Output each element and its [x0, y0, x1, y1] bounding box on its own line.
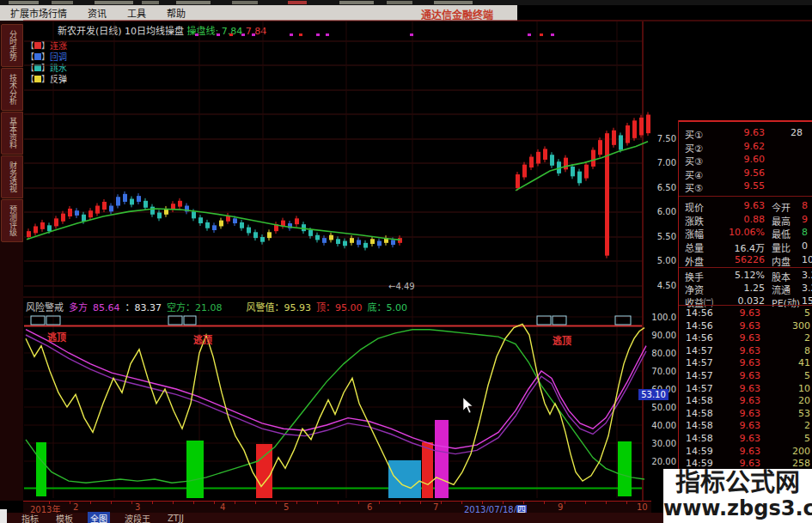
date-tick	[173, 502, 174, 504]
indicator-header-part: 底：5.00	[368, 302, 408, 313]
toolbar-tab[interactable]: 模板	[53, 512, 76, 523]
indicator-axis-label: 40.00	[644, 421, 676, 430]
tick-price: 9.63	[717, 446, 760, 457]
quote-info-row: 总量16.4万量比0	[679, 240, 812, 253]
price-axis-label: 5.00	[644, 256, 676, 265]
quote-fin-row: 换手5.12%股本3.2	[679, 270, 812, 282]
tick-volume: 20	[763, 395, 810, 406]
quote-value: 16.4万	[705, 240, 765, 253]
indicator-header-part: 风警值：95.93	[228, 302, 312, 313]
indicator-header-part: 85.64	[93, 302, 120, 313]
price-axis-label: 7.00	[644, 158, 676, 167]
tick-row: 14:589.6353	[679, 408, 812, 420]
date-label: 2	[73, 502, 78, 512]
date-label: 4	[220, 502, 225, 512]
indicator-axis-label: 70.00	[644, 367, 676, 376]
cursor-value-badge: 53.10	[638, 389, 669, 400]
indicator-header-part: ：83.37	[125, 302, 162, 313]
watermark-url: www.zbgs3.com	[663, 497, 812, 520]
tick-row: 14:589.6320	[679, 395, 812, 407]
tick-volume: 2	[763, 420, 810, 431]
date-axis[interactable]: 2013年2345679102013/07/18/四	[23, 501, 651, 514]
tick-time: 14:56	[686, 332, 713, 344]
date-tick	[255, 502, 256, 504]
date-tick	[400, 502, 400, 504]
quote-label: 净资	[685, 283, 704, 295]
buy-price: 9.56	[705, 167, 765, 179]
tick-volume: 53	[763, 408, 810, 419]
tick-time: 14:57	[686, 345, 713, 356]
quote-value: 8	[802, 227, 808, 238]
tick-time: 14:57	[686, 370, 713, 381]
date-tick	[111, 502, 112, 504]
tick-price: 9.63	[717, 420, 760, 431]
tick-time: 14:58	[686, 408, 713, 419]
tick-price: 9.63	[717, 395, 760, 406]
quote-label: 流通	[772, 283, 791, 295]
toolbar-tab[interactable]: 全图	[88, 512, 110, 523]
date-tick	[214, 502, 215, 504]
date-tick	[626, 502, 627, 504]
tick-price: 9.63	[717, 320, 760, 331]
date-tick	[461, 502, 462, 504]
toolbar-tab[interactable]: 波段王	[122, 512, 153, 523]
date-tick	[317, 502, 318, 504]
buy-volume: 28	[791, 127, 803, 138]
tick-price: 9.63	[717, 433, 760, 444]
tick-price: 9.63	[717, 458, 760, 469]
indicator-header-part: 空方：21.08	[167, 302, 223, 313]
indicator-axis-label: 30.00	[644, 439, 676, 448]
quote-info-row: 外盘56226内盘10.	[679, 254, 812, 267]
quote-label: 最低	[772, 227, 791, 240]
quote-label: 内盘	[772, 254, 791, 267]
tick-time: 14:56	[686, 320, 713, 331]
tick-row: 14:579.6341	[679, 357, 812, 369]
tick-time: 14:56	[686, 307, 713, 319]
tick-volume: 2	[763, 332, 810, 344]
date-tick	[358, 502, 359, 504]
tick-time: 14:59	[686, 458, 713, 469]
quote-value: 0.88	[705, 214, 765, 225]
tick-row: 14:569.635	[679, 307, 812, 319]
tick-time: 14:58	[686, 395, 713, 406]
buy-price: 9.62	[705, 141, 765, 152]
date-tick	[131, 502, 132, 504]
quote-label: 外盘	[685, 254, 704, 267]
toolbar-tab[interactable]: 指标	[19, 512, 41, 523]
tick-row: 14:589.632	[679, 420, 812, 432]
date-tick	[544, 502, 545, 504]
escape-top-label: 逃顶	[193, 332, 212, 346]
divider	[679, 267, 812, 268]
buy-level-label: 买③	[685, 154, 703, 167]
indicator-header-part: 顶：95.00	[316, 302, 363, 313]
watermark-site-name: 指标公式网	[663, 469, 812, 497]
tick-row: 14:589.635	[679, 433, 812, 445]
quote-value: 0	[802, 240, 808, 252]
indicator-header-part: 风险警戒	[26, 302, 64, 313]
quote-fin-row: 净资1.25流通3.2	[679, 283, 812, 295]
date-label: 3	[135, 502, 140, 512]
tick-price: 9.63	[717, 357, 760, 368]
escape-top-label: 逃顶	[553, 333, 571, 347]
tick-volume: 10	[763, 383, 810, 394]
buy-queue-row: 买②9.62	[679, 141, 812, 154]
tick-row: 14:599.63200	[679, 446, 812, 458]
desktop-corner	[0, 509, 7, 523]
toolbar-tab[interactable]: ZTJJ	[165, 514, 186, 523]
date-tick	[379, 502, 380, 504]
date-tick	[338, 502, 339, 504]
tick-price: 9.63	[717, 332, 760, 344]
price-axis-label: 5.50	[644, 232, 676, 241]
divider	[679, 196, 812, 197]
quote-value: 9.63	[705, 200, 765, 211]
quote-info-row: 涨幅10.06%最低8	[679, 227, 812, 240]
tick-time: 14:58	[686, 433, 713, 444]
buy-price: 9.55	[705, 180, 765, 192]
tick-volume: 8	[763, 345, 810, 356]
date-tick	[420, 502, 421, 504]
quote-panel: 买①9.6328买②9.62买③9.60买④9.56买⑤9.55现价9.63今开…	[678, 120, 812, 469]
price-axis-label: 6.00	[644, 207, 676, 216]
buy-queue-row: 买④9.56	[679, 167, 812, 180]
date-tick	[565, 502, 565, 504]
date-label: 6	[367, 502, 372, 512]
